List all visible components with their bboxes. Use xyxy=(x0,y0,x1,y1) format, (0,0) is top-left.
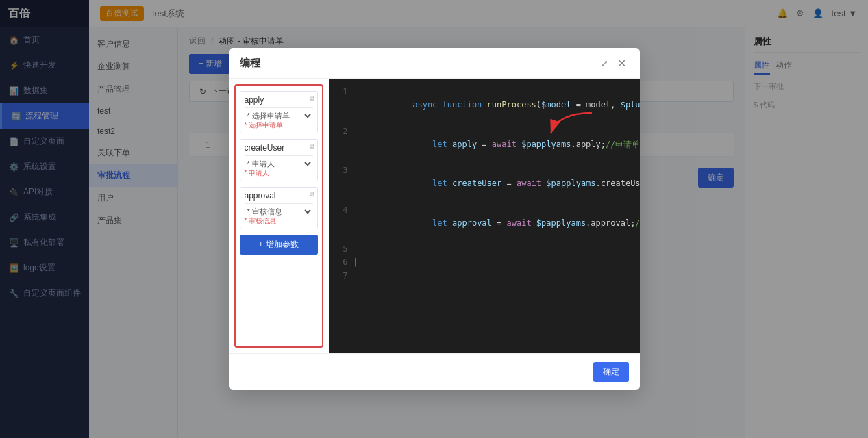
coding-modal: 编程 ⤢ ✕ ⧉ * 选择申请单 * 选择申请单 xyxy=(229,48,640,390)
modal-header-actions: ⤢ ✕ xyxy=(600,56,629,70)
param-group-3: ⧉ * 审核信息 * 审核信息 xyxy=(240,187,318,229)
close-icon[interactable]: ✕ xyxy=(615,56,629,70)
modal-confirm-button[interactable]: 确定 xyxy=(593,362,629,382)
modal-title: 编程 xyxy=(240,57,260,70)
code-line-6: 6 | xyxy=(334,256,634,269)
modal-footer: 确定 xyxy=(229,353,640,390)
code-line-1: 1 async function runProcess($model = mod… xyxy=(334,86,634,125)
modal-body: ⧉ * 选择申请单 * 选择申请单 ⧉ * 申请人 xyxy=(229,79,640,353)
code-line-2: 2 let apply = await $papplyams.apply;//申… xyxy=(334,125,634,165)
param-required-2: * 申请人 xyxy=(245,168,313,178)
params-panel: ⧉ * 选择申请单 * 选择申请单 ⧉ * 申请人 xyxy=(234,84,323,348)
param-input-1[interactable] xyxy=(245,95,313,105)
code-line-3: 3 let createUser = await $papplyams.crea… xyxy=(334,164,634,204)
modal-header: 编程 ⤢ ✕ xyxy=(229,48,640,79)
add-param-button[interactable]: + 增加参数 xyxy=(240,235,318,255)
param-dropdown-1[interactable]: * 选择申请单 xyxy=(245,111,313,120)
copy-icon-1[interactable]: ⧉ xyxy=(310,94,314,103)
param-input-2[interactable] xyxy=(245,143,313,153)
param-group-1: ⧉ * 选择申请单 * 选择申请单 xyxy=(240,91,318,133)
param-input-3[interactable] xyxy=(245,191,313,201)
param-required-1: * 选择申请单 xyxy=(245,120,313,130)
code-line-7: 7 xyxy=(334,270,634,283)
copy-icon-2[interactable]: ⧉ xyxy=(310,142,314,151)
code-editor: 1 async function runProcess($model = mod… xyxy=(329,79,640,353)
code-line-5: 5 xyxy=(334,243,634,256)
param-required-3: * 审核信息 xyxy=(245,216,313,226)
param-dropdown-3[interactable]: * 审核信息 xyxy=(245,207,313,216)
copy-icon-3[interactable]: ⧉ xyxy=(310,190,314,198)
param-dropdown-2[interactable]: * 申请人 xyxy=(245,159,313,168)
expand-icon[interactable]: ⤢ xyxy=(600,58,610,68)
param-group-2: ⧉ * 申请人 * 申请人 xyxy=(240,139,318,181)
modal-overlay: 编程 ⤢ ✕ ⧉ * 选择申请单 * 选择申请单 xyxy=(0,0,868,438)
code-line-4: 4 let approval = await $papplyams.approv… xyxy=(334,204,634,244)
